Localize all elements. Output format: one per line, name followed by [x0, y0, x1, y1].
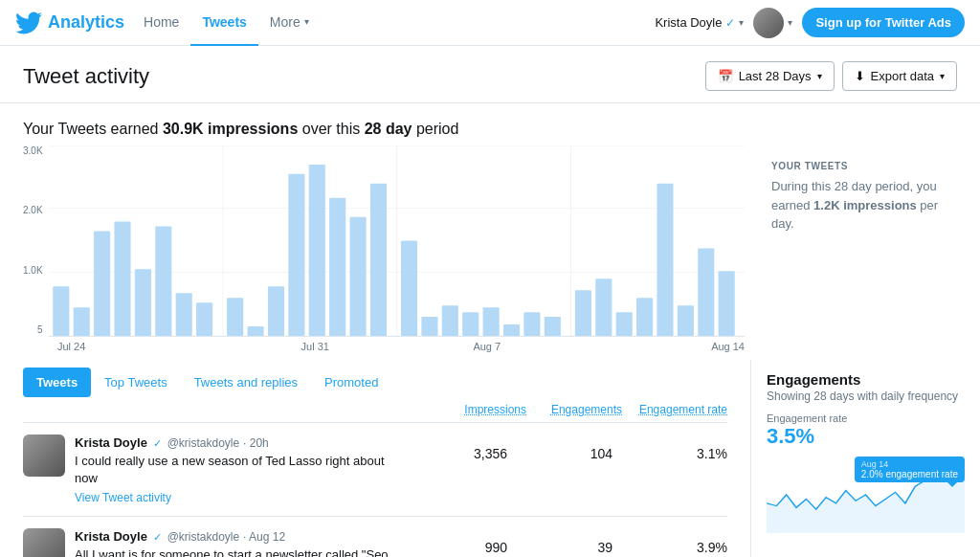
date-filter-button[interactable]: 📅 Last 28 Days ▾	[705, 61, 835, 91]
right-panel: Engagements Showing 28 days with daily f…	[750, 360, 980, 557]
user-avatar[interactable]: ▾	[753, 8, 792, 38]
tweet-body: Krista Doyle ✓ @kristakdoyle · 20h I cou…	[75, 434, 402, 504]
svg-rect-33	[615, 312, 632, 336]
calendar-icon: 📅	[718, 69, 733, 83]
tweet-author-line: Krista Doyle ✓ @kristakdoyle · Aug 12	[75, 528, 402, 544]
nav-home[interactable]: Home	[132, 0, 190, 46]
tab-top-tweets[interactable]: Top Tweets	[91, 368, 181, 397]
tweet-dot: ·	[243, 436, 250, 450]
your-tweets-description: During this 28 day period, you earned 1.…	[771, 177, 957, 234]
svg-rect-8	[73, 307, 89, 336]
svg-rect-37	[698, 248, 714, 336]
page-title: Tweet activity	[23, 64, 149, 89]
svg-rect-28	[503, 324, 520, 336]
tweet-row: Krista Doyle ✓ @kristakdoyle · Aug 12 Al…	[23, 517, 727, 557]
svg-rect-15	[227, 298, 243, 336]
user-verified-icon: ✓	[725, 16, 735, 30]
svg-rect-17	[268, 286, 284, 336]
tab-tweets-replies[interactable]: Tweets and replies	[181, 368, 311, 397]
svg-rect-7	[53, 286, 69, 336]
tab-promoted[interactable]: Promoted	[311, 368, 391, 397]
chart-bars	[49, 145, 745, 337]
tweet-time: Aug 12	[249, 530, 285, 544]
impressions-summary: Your Tweets earned 30.9K impressions ove…	[0, 103, 980, 145]
tweet-time: 20h	[250, 436, 269, 450]
svg-rect-21	[349, 217, 366, 336]
summary-suffix2: period	[412, 121, 458, 137]
col-engagements: Engagements	[526, 403, 622, 416]
author-verified-icon: ✓	[153, 531, 162, 543]
avatar-chevron-icon: ▾	[788, 17, 792, 28]
download-icon: ⬇	[855, 69, 865, 83]
svg-rect-11	[134, 269, 150, 336]
date-filter-label: Last 28 Days	[739, 69, 812, 83]
bar-chart-svg	[49, 145, 745, 336]
main-content: Tweets Top Tweets Tweets and replies Pro…	[0, 360, 980, 557]
your-tweets-bold: 1.2K impressions	[813, 198, 917, 212]
tweet-text: All I want is for someone to start a new…	[75, 546, 402, 557]
nav-tweets[interactable]: Tweets	[190, 0, 257, 46]
tweet-author-name: Krista Doyle	[75, 435, 147, 450]
svg-rect-31	[574, 290, 590, 336]
nav-links: Home Tweets More ▾	[132, 0, 321, 46]
engagements-title: Engagements	[767, 371, 965, 388]
svg-rect-14	[196, 302, 212, 336]
svg-rect-27	[482, 307, 499, 336]
y-label-3: 1.0K	[23, 265, 43, 276]
date-label-4: Aug 14	[573, 341, 746, 352]
summary-impressions: 30.9K impressions	[163, 121, 298, 137]
author-verified-icon: ✓	[153, 437, 162, 449]
export-chevron-icon: ▾	[940, 71, 945, 81]
engagement-rate-label: Engagement rate	[767, 412, 965, 424]
your-tweets-panel: YOUR TWEETS During this 28 day period, y…	[756, 153, 957, 352]
export-label: Export data	[871, 69, 935, 83]
tweet-engagement-rate: 3.1%	[622, 434, 727, 461]
nav-right: Krista Doyle ✓ ▾ ▾ Sign up for Twitter A…	[655, 8, 965, 38]
col-impressions: Impressions	[431, 403, 526, 416]
svg-rect-26	[462, 312, 479, 336]
nav-brand: Analytics	[48, 12, 124, 33]
svg-rect-30	[544, 317, 560, 336]
svg-rect-35	[657, 184, 673, 336]
page-header: Tweet activity 📅 Last 28 Days ▾ ⬇ Export…	[0, 46, 980, 103]
svg-rect-9	[94, 232, 110, 336]
svg-rect-25	[441, 305, 457, 336]
tweet-handle: @kristakdoyle	[167, 436, 240, 450]
user-name: Krista Doyle	[655, 15, 722, 30]
user-info[interactable]: Krista Doyle ✓ ▾	[655, 15, 744, 30]
twitter-bird-icon	[15, 10, 42, 36]
nav-logo: Analytics	[15, 10, 124, 36]
date-label-2: Jul 31	[230, 341, 402, 352]
svg-rect-22	[369, 184, 386, 336]
tweet-author-line: Krista Doyle ✓ @kristakdoyle · 20h	[75, 434, 402, 450]
signup-button[interactable]: Sign up for Twitter Ads	[802, 8, 965, 37]
engagement-rate-value: 3.5%	[767, 424, 965, 449]
tweet-engagement-rate: 3.9%	[622, 528, 727, 555]
nav-more[interactable]: More ▾	[258, 0, 321, 46]
tweet-text: I could really use a new season of Ted L…	[75, 453, 402, 487]
svg-rect-34	[636, 298, 653, 336]
tab-tweets[interactable]: Tweets	[23, 368, 91, 397]
tooltip-text: 2.0% engagement rate	[861, 469, 958, 479]
export-button[interactable]: ⬇ Export data ▾	[842, 61, 958, 91]
svg-rect-29	[523, 312, 540, 336]
col-engagement-rate: Engagement rate	[622, 403, 727, 416]
svg-rect-13	[175, 293, 191, 336]
summary-suffix: over this	[298, 121, 364, 137]
tweet-impressions: 990	[412, 528, 507, 555]
tabs-row: Tweets Top Tweets Tweets and replies Pro…	[23, 360, 727, 397]
y-axis: 3.0K 2.0K 1.0K 5	[23, 145, 49, 337]
tweet-engagements: 39	[517, 528, 612, 555]
svg-rect-12	[155, 227, 171, 336]
date-label-1: Jul 24	[57, 341, 230, 352]
tweet-body: Krista Doyle ✓ @kristakdoyle · Aug 12 Al…	[75, 528, 402, 557]
y-label-4: 5	[37, 324, 43, 335]
svg-rect-16	[247, 326, 263, 336]
tweet-impressions: 3,356	[412, 434, 507, 461]
date-label-3: Aug 7	[401, 341, 573, 352]
tweets-column: Tweets Top Tweets Tweets and replies Pro…	[0, 360, 750, 557]
chart-section: 3.0K 2.0K 1.0K 5	[0, 145, 980, 360]
tweet-activity-link[interactable]: View Tweet activity	[75, 491, 402, 504]
tweet-avatar	[23, 528, 65, 557]
chevron-down-icon: ▾	[304, 16, 309, 27]
